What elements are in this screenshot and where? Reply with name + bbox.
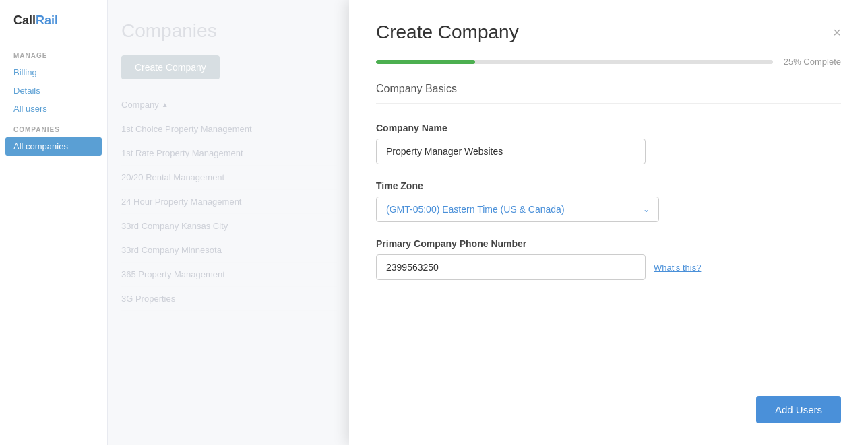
whats-this-link[interactable]: What's this? xyxy=(654,263,701,273)
modal-header: Create Company × xyxy=(376,22,841,43)
progress-bar-track xyxy=(376,60,773,64)
timezone-select[interactable]: (GMT-05:00) Eastern Time (US & Canada) xyxy=(376,197,659,222)
sidebar: CallRail MANAGE Billing Details All user… xyxy=(0,0,108,445)
modal-footer: Add Users xyxy=(376,396,841,423)
progress-bar-fill xyxy=(376,60,475,64)
progress-label: 25% Complete xyxy=(784,57,841,67)
companies-section-label: COMPANIES xyxy=(0,118,107,137)
timezone-label: Time Zone xyxy=(376,180,841,191)
company-name-label: Company Name xyxy=(376,123,841,133)
sidebar-item-all-users[interactable]: All users xyxy=(0,100,107,118)
create-company-modal: Create Company × 25% Complete Company Ba… xyxy=(349,0,868,445)
add-users-button[interactable]: Add Users xyxy=(756,396,841,423)
sidebar-item-billing[interactable]: Billing xyxy=(0,63,107,81)
section-title: Company Basics xyxy=(376,83,841,104)
sidebar-item-details[interactable]: Details xyxy=(0,81,107,100)
timezone-group: Time Zone (GMT-05:00) Eastern Time (US &… xyxy=(376,180,841,222)
manage-section-label: MANAGE xyxy=(0,44,107,63)
company-name-group: Company Name xyxy=(376,123,841,164)
sidebar-item-all-companies[interactable]: All companies xyxy=(5,137,102,156)
phone-row: What's this? xyxy=(376,254,841,280)
timezone-select-wrapper: (GMT-05:00) Eastern Time (US & Canada) ⌄ xyxy=(376,197,659,222)
company-name-input[interactable] xyxy=(376,139,646,164)
app-logo: CallRail xyxy=(0,13,107,44)
phone-group: Primary Company Phone Number What's this… xyxy=(376,238,841,280)
progress-bar-container: 25% Complete xyxy=(376,57,841,67)
phone-label: Primary Company Phone Number xyxy=(376,238,841,249)
phone-input[interactable] xyxy=(376,254,646,280)
close-modal-button[interactable]: × xyxy=(833,26,841,39)
modal-title: Create Company xyxy=(376,22,519,43)
